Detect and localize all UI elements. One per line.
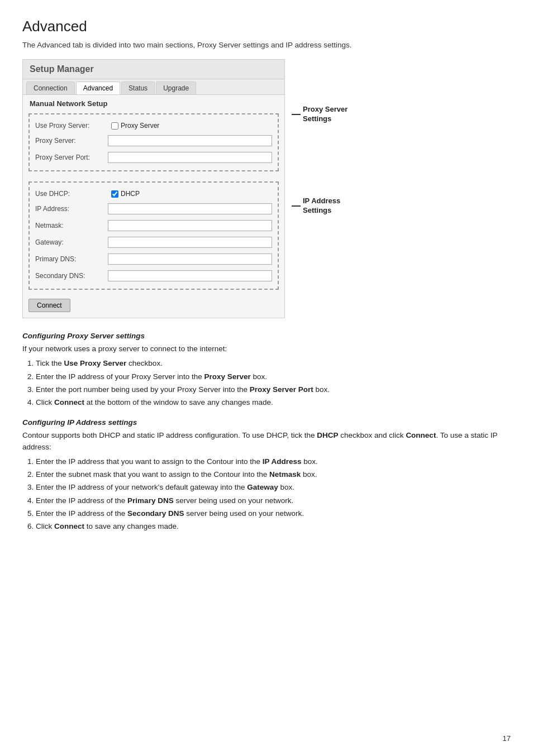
proxy-side-label: Proxy ServerSettings xyxy=(303,105,348,124)
ip-side-label-group: IP AddressSettings xyxy=(292,197,348,216)
section-title: Manual Network Setup xyxy=(23,95,284,110)
ip-step-6: Click Connect to save any changes made. xyxy=(36,521,511,532)
primary-dns-row: Primary DNS: xyxy=(35,251,272,267)
secondary-dns-input[interactable] xyxy=(108,270,272,281)
tab-connection[interactable]: Connection xyxy=(26,82,75,94)
ip-step-5: Enter the IP address of the Secondary DN… xyxy=(36,508,511,519)
proxy-port-input[interactable] xyxy=(108,152,272,163)
ip-address-row: IP Address: xyxy=(35,200,272,217)
ip-step-2: Enter the subnet mask that you want to a… xyxy=(36,469,511,480)
proxy-server-row: Proxy Server: xyxy=(35,132,272,149)
ip-step-3: Enter the IP address of your network's d… xyxy=(36,482,511,493)
use-dhcp-row: Use DHCP: DHCP xyxy=(35,187,272,200)
proxy-port-label: Proxy Server Port: xyxy=(35,154,108,161)
gateway-label: Gateway: xyxy=(35,238,108,246)
ip-address-input[interactable] xyxy=(108,203,272,214)
setup-manager-wrapper: Setup Manager Connection Advanced Status… xyxy=(22,59,511,318)
tabs-bar: Connection Advanced Status Upgrade xyxy=(23,79,284,95)
proxy-step-1: Tick the Use Proxy Server checkbox. xyxy=(36,358,511,369)
ip-step-1: Enter the IP address that you want to as… xyxy=(36,456,511,467)
setup-manager-title: Setup Manager xyxy=(23,60,284,79)
ip-side-label: IP AddressSettings xyxy=(303,197,340,216)
proxy-port-row: Proxy Server Port: xyxy=(35,149,272,166)
ip-step-4: Enter the IP address of the Primary DNS … xyxy=(36,495,511,506)
netmask-row: Netmask: xyxy=(35,217,272,234)
netmask-input[interactable] xyxy=(108,220,272,231)
proxy-steps-list: Tick the Use Proxy Server checkbox. Ente… xyxy=(36,358,511,408)
page-title: Advanced xyxy=(22,18,511,35)
primary-dns-label: Primary DNS: xyxy=(35,255,108,263)
ip-bracket-line xyxy=(292,205,301,207)
gateway-row: Gateway: xyxy=(35,234,272,251)
proxy-bracket-line xyxy=(292,114,301,115)
tab-advanced[interactable]: Advanced xyxy=(76,82,120,94)
proxy-server-label: Proxy Server: xyxy=(35,137,108,145)
use-proxy-row: Use Proxy Server: Proxy Server xyxy=(35,119,272,132)
proxy-step-4: Click Connect at the bottom of the windo… xyxy=(36,397,511,408)
connect-button[interactable]: Connect xyxy=(28,299,70,312)
intro-text: The Advanced tab is divided into two mai… xyxy=(22,41,511,49)
dhcp-checkbox-group: DHCP xyxy=(111,190,140,198)
proxy-checkbox-group: Proxy Server xyxy=(111,122,159,130)
ip-address-label: IP Address: xyxy=(35,205,108,213)
proxy-intro: If your network uses a proxy server to c… xyxy=(22,343,511,355)
proxy-section-heading: Configuring Proxy Server settings xyxy=(22,332,511,340)
tab-upgrade[interactable]: Upgrade xyxy=(156,82,196,94)
side-labels: Proxy ServerSettings IP AddressSettings xyxy=(285,59,348,216)
ip-section-heading: Configuring IP Address settings xyxy=(22,418,511,427)
proxy-step-3: Enter the port number being used by your… xyxy=(36,384,511,395)
setup-manager-window: Setup Manager Connection Advanced Status… xyxy=(22,59,285,318)
tab-status[interactable]: Status xyxy=(121,82,155,94)
ip-section: Use DHCP: DHCP IP Address: Netmask: Gate… xyxy=(28,181,279,290)
ip-steps-list: Enter the IP address that you want to as… xyxy=(36,456,511,533)
proxy-checkbox[interactable] xyxy=(111,122,118,130)
secondary-dns-label: Secondary DNS: xyxy=(35,272,108,280)
proxy-server-input[interactable] xyxy=(108,135,272,146)
dhcp-checkbox[interactable] xyxy=(111,190,118,198)
proxy-side-label-group: Proxy ServerSettings xyxy=(292,105,348,124)
secondary-dns-row: Secondary DNS: xyxy=(35,267,272,284)
proxy-section: Use Proxy Server: Proxy Server Proxy Ser… xyxy=(28,113,279,171)
netmask-label: Netmask: xyxy=(35,222,108,229)
primary-dns-input[interactable] xyxy=(108,253,272,265)
use-proxy-label: Use Proxy Server: xyxy=(35,122,108,130)
use-dhcp-label: Use DHCP: xyxy=(35,190,108,198)
ip-intro: Contour supports both DHCP and static IP… xyxy=(22,430,511,453)
proxy-step-2: Enter the IP address of your Proxy Serve… xyxy=(36,371,511,382)
proxy-checkbox-label: Proxy Server xyxy=(121,122,159,130)
gateway-input[interactable] xyxy=(108,237,272,248)
dhcp-checkbox-label: DHCP xyxy=(121,190,140,198)
